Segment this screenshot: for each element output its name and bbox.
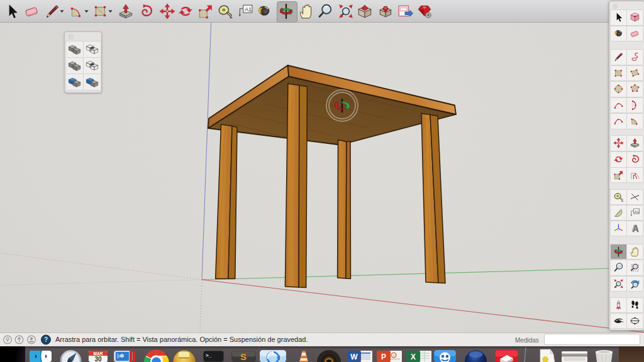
svg-text:30: 30: [94, 356, 102, 362]
svg-text:S: S: [240, 351, 247, 362]
svg-text:P: P: [381, 353, 386, 361]
svg-text:MAR: MAR: [94, 351, 103, 356]
svg-text:X: X: [411, 353, 416, 361]
svg-text:?: ?: [44, 336, 48, 343]
svg-text:>_: >_: [206, 353, 212, 358]
svg-text:W: W: [350, 353, 358, 361]
